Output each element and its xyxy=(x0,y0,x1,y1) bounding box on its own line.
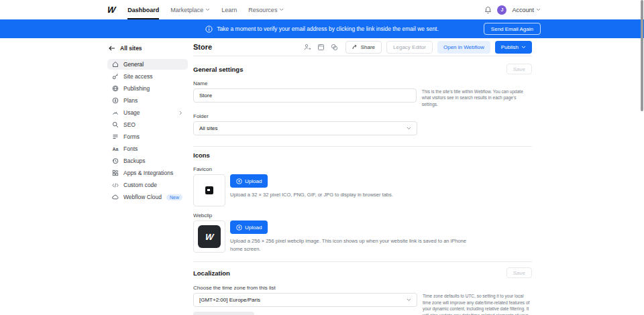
avatar[interactable]: J xyxy=(497,5,506,15)
site-title: Store xyxy=(193,43,212,51)
globe-icon xyxy=(112,85,119,92)
nav-item-dashboard[interactable]: Dashboard xyxy=(127,0,159,19)
name-help-text: This is the site's title within Webflow.… xyxy=(422,88,532,107)
code-icon xyxy=(112,182,119,188)
sidebar-item-backups[interactable]: Backups xyxy=(107,155,188,166)
sidebar-item-label: Plans xyxy=(123,97,138,104)
publish-button[interactable]: Publish xyxy=(495,41,532,54)
timezone-label: Choose the time zone from this list xyxy=(193,285,532,291)
timezone-select[interactable]: [GMT+2:00] Europe/Paris xyxy=(193,293,417,307)
key-icon xyxy=(112,73,119,80)
settings-main: Store Share Legacy Editor Open in Webflo… xyxy=(193,38,532,315)
legacy-editor-button[interactable]: Legacy Editor xyxy=(386,41,433,54)
verify-email-banner: Take a moment to verify your email addre… xyxy=(0,19,644,38)
nav-item-marketplace[interactable]: Marketplace xyxy=(170,0,210,19)
home-icon xyxy=(112,61,119,68)
chevron-down-icon xyxy=(279,8,284,11)
clone-icon[interactable] xyxy=(331,44,338,51)
sidebar-item-fonts[interactable]: Aa Fonts xyxy=(107,143,188,154)
sidebar-item-label: Backups xyxy=(123,158,146,164)
folder-select[interactable]: All sites xyxy=(193,121,417,135)
upload-label: Upload xyxy=(245,178,262,184)
forms-icon xyxy=(112,133,119,140)
back-to-all-sites[interactable]: All sites xyxy=(109,45,188,52)
transfer-site-icon[interactable] xyxy=(304,44,311,51)
top-nav: W Dashboard Marketplace Learn Resources … xyxy=(0,0,644,19)
publish-label: Publish xyxy=(501,44,519,50)
cloud-icon xyxy=(112,194,119,200)
apps-grid-icon xyxy=(112,170,119,176)
share-label: Share xyxy=(361,44,375,50)
save-button[interactable]: Save xyxy=(506,64,532,74)
webclip-upload-button[interactable]: Upload xyxy=(230,220,268,234)
sidebar-item-custom-code[interactable]: Custom code xyxy=(107,180,188,190)
sidebar-item-label: Usage xyxy=(123,109,140,116)
new-badge: New xyxy=(166,194,182,200)
site-name-input[interactable] xyxy=(193,88,417,103)
header-actions: Share Legacy Editor Open in Webflow Publ… xyxy=(304,41,532,54)
account-label: Account xyxy=(512,7,534,13)
webflow-w-glyph: W xyxy=(205,232,214,242)
icons-section: Icons Favicon Upload Upload a 32 × 32 pi… xyxy=(193,151,532,253)
info-icon xyxy=(205,25,213,33)
sidebar-item-plans[interactable]: Plans xyxy=(107,95,188,106)
favicon-upload-button[interactable]: Upload xyxy=(230,174,268,188)
sidebar-item-label: Custom code xyxy=(123,182,157,188)
top-nav-left: W Dashboard Marketplace Learn Resources xyxy=(107,0,284,19)
sidebar-item-usage[interactable]: Usage xyxy=(107,107,188,118)
general-settings-heading: General settings xyxy=(193,66,243,73)
nav-item-learn[interactable]: Learn xyxy=(221,0,237,19)
sidebar-item-site-access[interactable]: Site access xyxy=(107,71,188,82)
sidebar-item-general[interactable]: General xyxy=(107,59,188,70)
section-divider xyxy=(193,146,532,147)
banner-message: Take a moment to verify your email addre… xyxy=(217,25,439,32)
header-icon-group xyxy=(304,44,338,51)
folder-select-value: All sites xyxy=(199,125,218,131)
sidebar-item-label: Publishing xyxy=(123,85,150,92)
webclip-label: Webclip xyxy=(193,212,532,218)
favicon-image xyxy=(205,186,213,194)
webflow-logo-icon[interactable]: W xyxy=(107,5,115,15)
back-arrow-icon xyxy=(109,46,115,51)
share-button[interactable]: Share xyxy=(345,41,382,54)
send-email-again-button[interactable]: Send Email Again xyxy=(484,23,541,35)
webclip-help-text: Upload a 256 × 256 pixel webclip image. … xyxy=(230,237,480,253)
scrollbar-thumb[interactable] xyxy=(641,0,643,111)
upload-icon xyxy=(236,178,242,184)
sidebar-item-publishing[interactable]: Publishing xyxy=(107,83,188,94)
page-scrollbar[interactable] xyxy=(640,0,644,315)
duplicate-site-icon[interactable] xyxy=(317,44,325,51)
folder-label: Folder xyxy=(193,113,532,119)
sidebar-item-webflow-cloud[interactable]: Webflow Cloud New xyxy=(107,192,188,202)
timezone-help-text: Time zone defaults to UTC, so setting it… xyxy=(423,293,532,315)
nav-item-marketplace-label: Marketplace xyxy=(170,7,203,13)
sidebar-item-seo[interactable]: SEO xyxy=(107,119,188,130)
account-menu[interactable]: Account xyxy=(512,7,541,13)
back-label: All sites xyxy=(120,45,142,52)
chevron-right-icon xyxy=(179,111,182,115)
notifications-bell-icon[interactable] xyxy=(484,6,492,14)
general-settings-section: General settings Save Name This is the s… xyxy=(193,64,532,135)
localization-heading: Localization xyxy=(193,269,230,277)
save-button[interactable]: Save xyxy=(506,267,532,278)
detect-timezone-button[interactable]: Detect my time zone xyxy=(193,312,254,315)
sidebar-item-label: SEO xyxy=(123,121,136,128)
sidebar-item-label: Apps & Integrations xyxy=(123,170,173,176)
sidebar-item-apps-integrations[interactable]: Apps & Integrations xyxy=(107,168,188,178)
nav-item-resources[interactable]: Resources xyxy=(248,0,284,19)
webflow-site-settings-page: W Dashboard Marketplace Learn Resources … xyxy=(0,0,644,315)
sidebar-item-label: Forms xyxy=(123,133,140,140)
open-in-webflow-button[interactable]: Open in Webflow xyxy=(437,41,490,54)
gauge-icon xyxy=(112,109,119,116)
sidebar-item-forms[interactable]: Forms xyxy=(107,131,188,142)
sidebar-item-label: Webflow Cloud xyxy=(123,194,162,200)
history-icon xyxy=(112,158,119,164)
favicon-preview xyxy=(193,174,225,206)
section-divider xyxy=(193,261,532,262)
search-icon xyxy=(112,121,119,128)
webclip-preview: W xyxy=(193,220,225,253)
fonts-icon: Aa xyxy=(112,145,119,152)
chevron-down-icon xyxy=(205,8,210,11)
chevron-down-icon xyxy=(536,8,541,11)
sidebar-item-label: Fonts xyxy=(123,145,138,152)
